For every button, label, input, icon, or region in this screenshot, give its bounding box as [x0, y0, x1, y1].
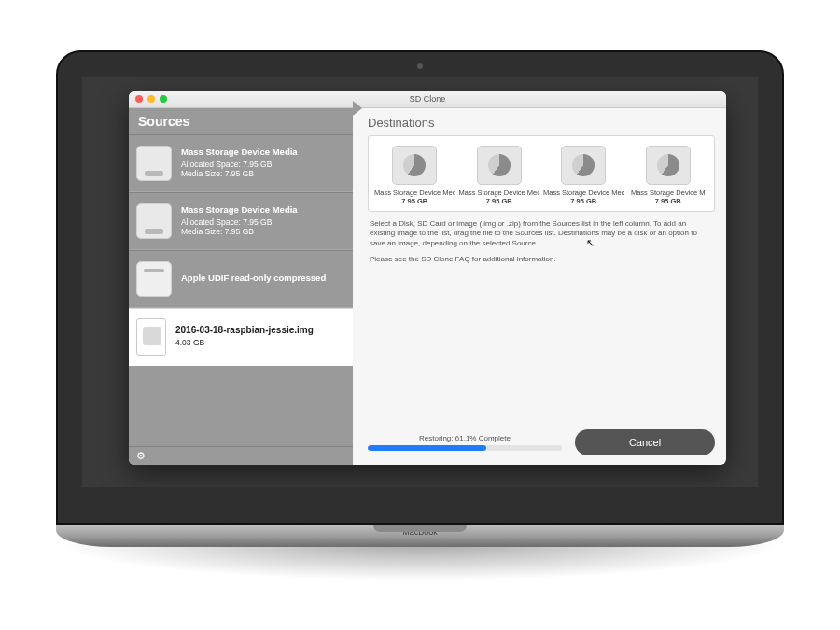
- gear-icon[interactable]: ⚙: [136, 450, 146, 462]
- destination-size: 7.95 GB: [374, 197, 455, 205]
- destination-name: Mass Storage Device Mec: [543, 189, 624, 197]
- progress-section: Restoring: 61.1% Complete: [368, 434, 562, 451]
- instructions-p1: Select a Disk, SD Card or image (.img or…: [370, 219, 713, 249]
- progress-bar: [368, 445, 562, 451]
- destinations-panel: Destinations ✓ Mass Storage Device Mec 7…: [353, 108, 726, 465]
- opticaldrive-icon: [136, 261, 172, 297]
- app-window: SD Clone Sources Mass Storage Device Med…: [129, 91, 726, 465]
- progress-fill: [368, 445, 486, 451]
- screen: SD Clone Sources Mass Storage Device Med…: [82, 77, 758, 487]
- macbook-base: MacBook: [56, 525, 784, 547]
- source-media-size: Media Size: 7.95 GB: [181, 169, 298, 179]
- image-file-icon: [136, 318, 166, 356]
- instructions-p2: Please see the SD Clone FAQ for addition…: [370, 255, 713, 265]
- source-size: 4.03 GB: [175, 338, 314, 348]
- device-shadow: [56, 543, 784, 581]
- action-row: Restoring: 61.1% Complete Cancel: [368, 429, 715, 455]
- source-item[interactable]: Apple UDIF read-only compressed: [129, 250, 353, 308]
- sources-panel: Sources Mass Storage Device Media Alloca…: [129, 108, 353, 465]
- macbook-mockup: SD Clone Sources Mass Storage Device Med…: [56, 50, 784, 581]
- destination-item[interactable]: ✓ Mass Storage Device Mec 7.95 GB: [541, 146, 626, 205]
- destination-name: Mass Storage Device M: [628, 189, 709, 197]
- source-allocated: Allocated Space: 7.95 GB: [181, 160, 298, 170]
- source-name: Apple UDIF read-only compressed: [181, 273, 326, 284]
- destination-item[interactable]: ✓ Mass Storage Device Mec 7.95 GB: [457, 146, 542, 205]
- progress-label: Restoring: 61.1% Complete: [368, 434, 562, 442]
- hinge-notch: [373, 525, 467, 532]
- harddrive-icon: [136, 146, 172, 181]
- destination-drive-icon: [646, 146, 691, 185]
- destination-size: 7.95 GB: [543, 197, 624, 205]
- destination-item[interactable]: ✓ Mass Storage Device M 7.95 GB: [626, 146, 711, 205]
- mouse-cursor-icon: ↖: [586, 236, 595, 250]
- source-item-selected[interactable]: 2016-03-18-raspbian-jessie.img 4.03 GB: [129, 308, 353, 366]
- source-media-size: Media Size: 7.95 GB: [181, 227, 298, 237]
- settings-bar: ⚙: [129, 446, 353, 465]
- screen-bezel: SD Clone Sources Mass Storage Device Med…: [56, 50, 784, 525]
- destinations-list: ✓ Mass Storage Device Mec 7.95 GB ✓ Mass…: [368, 135, 715, 212]
- destination-drive-icon: [477, 146, 522, 185]
- destination-name: Mass Storage Device Mec: [374, 189, 455, 197]
- source-name: Mass Storage Device Media: [181, 147, 298, 158]
- source-item[interactable]: Mass Storage Device Media Allocated Spac…: [129, 192, 353, 250]
- panel-pointer-icon: [353, 101, 362, 116]
- source-name: Mass Storage Device Media: [181, 204, 298, 216]
- titlebar[interactable]: SD Clone: [129, 91, 726, 108]
- window-title: SD Clone: [129, 94, 726, 104]
- destination-item[interactable]: ✓ Mass Storage Device Mec 7.95 GB: [372, 146, 457, 205]
- harddrive-icon: [136, 203, 172, 239]
- cancel-button[interactable]: Cancel: [575, 429, 715, 455]
- destination-drive-icon: [561, 146, 606, 185]
- sources-header: Sources: [129, 108, 353, 134]
- destination-name: Mass Storage Device Mec: [459, 189, 540, 197]
- destination-drive-icon: [392, 146, 437, 185]
- source-item[interactable]: Mass Storage Device Media Allocated Spac…: [129, 134, 353, 192]
- source-name: 2016-03-18-raspbian-jessie.img: [175, 325, 314, 337]
- camera-dot: [417, 63, 423, 69]
- destination-size: 7.95 GB: [459, 197, 540, 205]
- destination-size: 7.95 GB: [628, 197, 709, 205]
- instructions: Select a Disk, SD Card or image (.img or…: [370, 219, 713, 271]
- source-allocated: Allocated Space: 7.95 GB: [181, 217, 298, 228]
- destinations-header: Destinations: [368, 114, 715, 135]
- app-body: Sources Mass Storage Device Media Alloca…: [129, 108, 726, 465]
